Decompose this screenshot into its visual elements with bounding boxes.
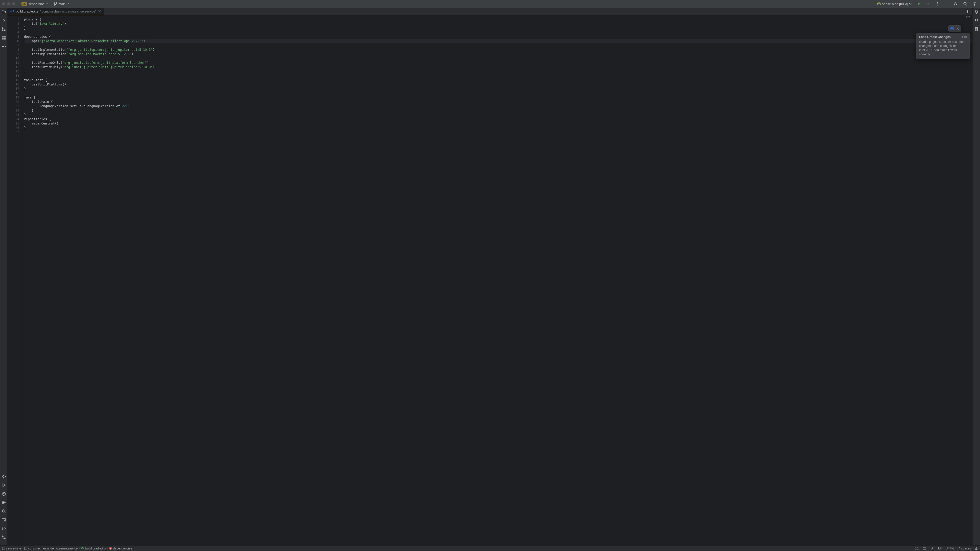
- search-icon: [963, 2, 967, 6]
- breadcrumb-item[interactable]: λ dependencies: [109, 547, 132, 550]
- gutter-line: 20: [8, 100, 23, 104]
- breadcrumb-item[interactable]: com.mechanitis.demo.sense.service: [24, 547, 78, 550]
- run-tool-button[interactable]: [2, 483, 6, 487]
- svg-point-1: [54, 4, 55, 5]
- problems-tool-button[interactable]: [2, 527, 6, 530]
- svg-point-28: [967, 11, 968, 12]
- structure-tool-button[interactable]: [2, 36, 6, 40]
- code-line: [23, 91, 972, 95]
- breadcrumb-item[interactable]: sense-nine: [2, 547, 21, 550]
- code-with-me-button[interactable]: [953, 1, 959, 6]
- editor-tab-active[interactable]: build.gradle.kts (:com.mechanitis.demo.s…: [8, 8, 104, 15]
- zoom-window-icon[interactable]: [12, 2, 15, 5]
- warning-circle-icon: [2, 527, 6, 530]
- status-bar: sense-nine › com.mechanitis.demo.sense.s…: [0, 545, 980, 551]
- ai-tool-button[interactable]: [2, 475, 6, 478]
- close-tab-button[interactable]: [98, 10, 101, 13]
- database-icon: [974, 27, 978, 31]
- svg-point-20: [5, 46, 5, 47]
- project-name: sense-nine: [28, 2, 45, 6]
- load-gradle-changes-pill[interactable]: [948, 25, 961, 32]
- gradle-tool-button[interactable]: [974, 18, 978, 22]
- right-tool-strip: [972, 8, 980, 545]
- play-icon: [917, 2, 921, 6]
- code-line: tasks.test {: [23, 78, 972, 82]
- services-tool-button[interactable]: [2, 492, 6, 496]
- ai-status-button[interactable]: [928, 547, 936, 550]
- hex-play-icon: [2, 492, 6, 496]
- breadcrumb[interactable]: sense-nine › com.mechanitis.demo.sense.s…: [0, 547, 132, 550]
- minimize-window-icon[interactable]: [7, 2, 10, 5]
- pull-requests-tool-button[interactable]: [2, 27, 6, 31]
- gutter-line: 3: [8, 26, 23, 30]
- code-line: [23, 43, 972, 48]
- gutter-line: 16: [8, 82, 23, 86]
- tab-filename: build.gradle.kts: [16, 10, 38, 13]
- gutter-line: 10: [8, 56, 23, 60]
- git-branch-selector[interactable]: main: [52, 1, 71, 6]
- vcs-change-marker[interactable]: [9, 40, 10, 42]
- gutter-line: 14: [8, 73, 23, 78]
- caret-position[interactable]: 6:1: [912, 547, 921, 550]
- code-line: }: [23, 69, 972, 73]
- svg-point-22: [2, 510, 5, 512]
- close-pill-button[interactable]: [956, 27, 959, 30]
- tab-kebab-icon[interactable]: [966, 10, 970, 14]
- code-line: [23, 73, 972, 78]
- presentation-assistant-button[interactable]: [921, 547, 928, 550]
- project-selector[interactable]: SN sense-nine: [20, 2, 50, 6]
- elephant-icon: [877, 2, 881, 6]
- play-outline-icon: [2, 483, 6, 487]
- search-everywhere-button[interactable]: [962, 1, 969, 6]
- terminal-tool-button[interactable]: [2, 518, 6, 522]
- ai-icon: [931, 547, 934, 550]
- run-button[interactable]: [915, 1, 922, 6]
- terminal-icon: [2, 518, 6, 522]
- svg-point-18: [2, 46, 3, 47]
- gutter-line: 24: [8, 117, 23, 121]
- vcs-tool-button[interactable]: [2, 535, 6, 539]
- debug-button[interactable]: [924, 1, 932, 6]
- chevron-down-icon: [67, 3, 69, 5]
- gear-icon: [972, 2, 977, 6]
- editor-gutter[interactable]: 1 2 3 4 5 6 7 8 9 10 11 12 13 14 15 16 1: [8, 16, 23, 545]
- svg-point-13: [4, 30, 5, 30]
- notifications-tool-button[interactable]: [974, 10, 978, 14]
- code-line: dependencies {: [23, 35, 972, 39]
- code-line: testImplementation("org.mockito:mockito-…: [23, 52, 972, 56]
- find-tool-button[interactable]: [2, 509, 6, 513]
- readonly-toggle[interactable]: [973, 547, 980, 550]
- code-line: }: [23, 108, 972, 113]
- line-separator[interactable]: LF: [936, 547, 944, 550]
- svg-point-3: [927, 3, 929, 5]
- svg-point-10: [3, 20, 5, 21]
- database-tool-button[interactable]: [974, 27, 978, 31]
- code-line: id("java-library"): [23, 21, 972, 26]
- code-area[interactable]: plugins { id("java-library") } dependenc…: [23, 16, 972, 545]
- run-config-selector[interactable]: sense-nine [build]: [875, 1, 913, 6]
- code-line: java {: [23, 95, 972, 100]
- editor[interactable]: off 1 2 3 4 5 6 7 8 9 10 11 12 13 14: [8, 16, 972, 545]
- breadcrumb-item[interactable]: build.gradle.kts: [81, 547, 106, 550]
- gutter-line: 13: [8, 69, 23, 73]
- code-line: }: [23, 26, 972, 30]
- lambda-icon: λ: [109, 547, 112, 550]
- commit-tool-button[interactable]: [2, 18, 6, 22]
- indent-settings[interactable]: 4 spaces: [956, 547, 973, 550]
- svg-point-11: [2, 27, 3, 29]
- chevron-down-icon: [46, 3, 48, 5]
- more-actions-button[interactable]: [934, 1, 941, 6]
- file-encoding[interactable]: UTF-8: [944, 547, 956, 550]
- settings-button[interactable]: [971, 1, 978, 6]
- svg-rect-15: [4, 36, 5, 37]
- svg-point-26: [4, 538, 5, 539]
- project-tool-button[interactable]: [2, 10, 6, 14]
- svg-point-6: [937, 5, 938, 6]
- more-tools-button[interactable]: [2, 44, 6, 48]
- close-window-icon[interactable]: [2, 2, 5, 5]
- code-line: toolchain {: [23, 100, 972, 104]
- endpoints-tool-button[interactable]: [2, 500, 6, 505]
- gutter-line: 21: [8, 104, 23, 108]
- gradle-kts-icon: [81, 547, 84, 550]
- gutter-line: 2: [8, 21, 23, 26]
